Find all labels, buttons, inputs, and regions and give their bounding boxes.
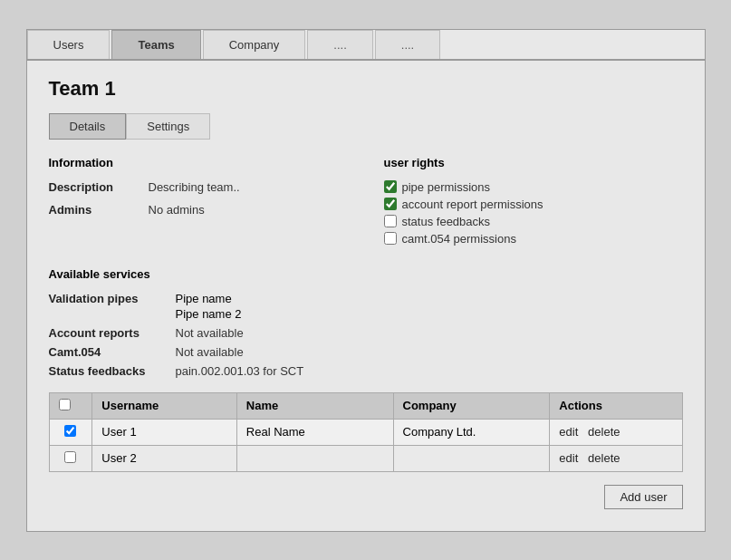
- checkbox-camt054: camt.054 permissions: [384, 232, 683, 246]
- tab-extra1[interactable]: ....: [307, 30, 372, 59]
- info-layout: Information Description Describing team.…: [49, 156, 683, 249]
- col-header-actions: Actions: [550, 392, 682, 419]
- user2-name: [236, 445, 393, 471]
- tabs-row: Users Teams Company .... ....: [27, 30, 705, 61]
- checkbox-account-report: account report permissions: [384, 198, 683, 211]
- user1-username: User 1: [92, 419, 236, 445]
- info-section: Information Description Describing team.…: [49, 156, 348, 249]
- status-feedbacks-service-value: pain.002.001.03 for SCT: [176, 364, 304, 378]
- user2-company: [393, 445, 550, 471]
- camt054-service-value: Not available: [176, 345, 244, 359]
- col-header-username: Username: [92, 392, 236, 419]
- add-user-button[interactable]: Add user: [604, 485, 682, 509]
- table-row: User 2 edit delete: [49, 445, 682, 471]
- pipe-name-1: Pipe name: [176, 292, 242, 305]
- checkbox-status-feedbacks: status feedbacks: [384, 215, 683, 228]
- table-header-row: Username Name Company Actions: [49, 392, 682, 419]
- user1-company: Company Ltd.: [393, 419, 550, 445]
- admins-row: Admins No admins: [49, 203, 348, 217]
- sub-tab-settings[interactable]: Settings: [126, 113, 210, 140]
- user1-check-cell: [49, 419, 92, 445]
- user1-checkbox[interactable]: [64, 425, 76, 437]
- tab-teams[interactable]: Teams: [111, 30, 200, 59]
- camt054-label: camt.054 permissions: [402, 232, 516, 246]
- user2-edit-link[interactable]: edit: [559, 451, 578, 465]
- col-header-name: Name: [236, 392, 393, 419]
- user1-edit-link[interactable]: edit: [559, 425, 578, 439]
- status-feedbacks-checkbox[interactable]: [384, 215, 397, 227]
- users-table: Username Name Company Actions User 1 Rea…: [49, 392, 683, 472]
- user-rights-title: user rights: [384, 156, 683, 169]
- sub-tab-details[interactable]: Details: [49, 113, 127, 140]
- description-row: Description Describing team..: [49, 180, 348, 194]
- camt054-row: Camt.054 Not available: [49, 345, 683, 359]
- status-feedbacks-row: Status feedbacks pain.002.001.03 for SCT: [49, 364, 683, 378]
- pipe-permissions-label: pipe permissions: [402, 180, 491, 194]
- user2-username: User 2: [92, 445, 236, 471]
- col-header-check: [49, 392, 92, 419]
- table-row: User 1 Real Name Company Ltd. edit delet…: [49, 419, 682, 445]
- add-user-row: Add user: [49, 485, 683, 509]
- sub-tabs: Details Settings: [49, 113, 683, 140]
- tab-extra2[interactable]: ....: [375, 30, 440, 59]
- account-reports-label: Account reports: [49, 326, 176, 340]
- status-feedbacks-label: status feedbacks: [402, 215, 491, 228]
- page-title: Team 1: [49, 77, 683, 101]
- tab-users[interactable]: Users: [27, 30, 111, 59]
- information-title: Information: [49, 156, 348, 169]
- user-rights-section: user rights pipe permissions account rep…: [384, 156, 683, 249]
- tab-company[interactable]: Company: [203, 30, 306, 59]
- account-reports-row: Account reports Not available: [49, 326, 683, 340]
- account-report-label: account report permissions: [402, 198, 543, 211]
- select-all-checkbox[interactable]: [59, 399, 71, 410]
- validation-pipes-row: Validation pipes Pipe name Pipe name 2: [49, 292, 683, 321]
- available-services: Available services Validation pipes Pipe…: [49, 267, 683, 378]
- camt054-checkbox[interactable]: [384, 232, 397, 245]
- available-services-title: Available services: [49, 267, 683, 281]
- user1-actions: edit delete: [550, 419, 682, 445]
- user2-check-cell: [49, 445, 92, 471]
- account-reports-value: Not available: [176, 326, 244, 340]
- col-header-company: Company: [393, 392, 550, 419]
- camt054-service-label: Camt.054: [49, 345, 176, 359]
- content-area: Team 1 Details Settings Information Desc…: [27, 61, 705, 531]
- user1-name: Real Name: [236, 419, 393, 445]
- status-feedbacks-service-label: Status feedbacks: [49, 364, 176, 378]
- validation-pipes-label: Validation pipes: [49, 292, 176, 305]
- description-label: Description: [49, 180, 149, 194]
- admins-label: Admins: [49, 203, 149, 217]
- description-value: Describing team..: [149, 180, 240, 194]
- user2-delete-link[interactable]: delete: [588, 451, 620, 465]
- account-report-checkbox[interactable]: [384, 198, 397, 210]
- user2-actions: edit delete: [550, 445, 682, 471]
- validation-pipes-values: Pipe name Pipe name 2: [176, 292, 242, 321]
- user2-checkbox[interactable]: [64, 451, 76, 463]
- checkbox-pipe-permissions: pipe permissions: [384, 180, 683, 194]
- pipe-name-2: Pipe name 2: [176, 307, 242, 321]
- admins-value: No admins: [149, 203, 205, 217]
- main-container: Users Teams Company .... .... Team 1 Det…: [26, 29, 706, 532]
- pipe-permissions-checkbox[interactable]: [384, 180, 397, 193]
- user1-delete-link[interactable]: delete: [588, 425, 620, 439]
